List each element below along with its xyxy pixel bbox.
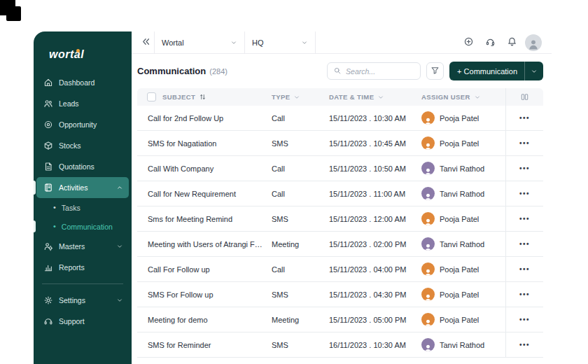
type-cell: SMS (272, 341, 329, 349)
datetime-cell: 15/11/2023 . 10:45 AM (329, 139, 421, 148)
row-actions-button[interactable]: ••• (519, 164, 530, 172)
select-all-checkbox[interactable] (147, 92, 156, 102)
sidebar-item-label: Settings (59, 296, 85, 304)
table-row[interactable]: SMS for Reminder SMS 16/11/2023 . 10:30 … (137, 332, 543, 358)
row-actions-cell: ••• (505, 307, 543, 332)
logo-accent-dot (76, 49, 80, 52)
support-icon (43, 316, 53, 326)
chart-icon (43, 262, 53, 272)
table-row[interactable]: SMS for Nagatiation SMS 15/11/2023 . 10:… (137, 131, 543, 156)
collapse-sidebar-button[interactable] (137, 34, 154, 51)
row-actions-button[interactable]: ••• (519, 215, 530, 223)
sidebar-item-label: Communication (62, 223, 113, 231)
sidebar-item-reports[interactable]: Reports (36, 257, 129, 278)
table-row[interactable]: SMS For Follow up SMS 15/11/2023 . 04:30… (137, 282, 543, 307)
datetime-cell: 15/11/2023 . 12:00 AM (329, 215, 421, 223)
sidebar-item-opportunity[interactable]: Opportunity (36, 114, 129, 135)
topbar: Wortal HQ (132, 31, 552, 54)
document-icon (43, 162, 53, 172)
bell-icon (507, 36, 517, 49)
sort-icon[interactable] (199, 93, 206, 101)
table-row[interactable]: Meeting for demo Meeting 15/11/2023 . 05… (137, 307, 543, 332)
table-row[interactable]: Call for New Requirement Call 15/11/2023… (137, 181, 543, 206)
row-actions-button[interactable]: ••• (519, 265, 530, 273)
sidebar-item-label: Reports (59, 263, 85, 272)
datetime-cell: 15/11/2023 . 02:00 PM (329, 240, 421, 248)
subject-cell: Call For Follow up (137, 265, 272, 274)
assignee-avatar (421, 162, 435, 175)
users-icon (43, 99, 53, 108)
sidebar-item-leads[interactable]: Leads (36, 93, 129, 114)
row-actions-button[interactable]: ••• (519, 316, 530, 323)
sidebar-item-quotations[interactable]: Quotations (36, 156, 129, 177)
row-actions-button[interactable]: ••• (519, 341, 530, 349)
row-actions-button[interactable]: ••• (519, 240, 530, 248)
chevron-down-icon[interactable] (293, 94, 300, 101)
content: Communication (284) + Communication (132, 54, 552, 364)
sidebar-item-label: Activities (59, 183, 88, 192)
sidebar-item-label: Opportunity (59, 120, 97, 129)
assignee-name: Tanvi Rathod (440, 240, 484, 248)
assign-user-cell: Pooja Patel (421, 212, 505, 225)
assign-user-cell: Tanvi Rathod (421, 237, 505, 251)
person-icon (527, 38, 540, 51)
assignee-name: Tanvi Rathod (440, 164, 484, 173)
user-avatar[interactable] (525, 34, 542, 51)
chevron-down-icon[interactable] (474, 94, 481, 101)
sidebar-item-label: Leads (59, 99, 79, 108)
manage-columns-cell (505, 88, 543, 106)
search-input[interactable] (346, 67, 414, 76)
sidebar-item-label: Tasks (62, 204, 80, 212)
sidebar-item-support[interactable]: Support (36, 311, 129, 332)
notifications-button[interactable] (503, 34, 520, 51)
assign-user-cell: Pooja Patel (421, 313, 505, 326)
datetime-cell: 15/11/2023 . 10:30 AM (329, 114, 421, 122)
bullet: • (53, 223, 56, 230)
search-box (327, 62, 421, 80)
chevron-down-icon[interactable] (377, 94, 384, 101)
sidebar-item-settings[interactable]: Settings (36, 290, 129, 311)
row-actions-button[interactable]: ••• (519, 190, 530, 197)
title-wrap: Communication (284) (137, 66, 227, 76)
sidebar-item-tasks[interactable]: •Tasks (36, 198, 129, 217)
type-cell: SMS (272, 290, 329, 299)
table-row[interactable]: Meeting with Users of Atrangi Fa... Meet… (137, 232, 543, 257)
topbar-right (460, 34, 542, 51)
assignee-name: Pooja Patel (440, 114, 479, 122)
filter-button[interactable] (426, 62, 444, 80)
assignee-avatar (421, 313, 435, 326)
column-header-assign-user: ASSIGN USER (421, 88, 505, 106)
add-communication-label: + Communication (457, 67, 517, 76)
subject-cell: SMS For Follow up (137, 290, 272, 299)
search-icon (333, 65, 342, 78)
assignee-name: Pooja Patel (440, 290, 479, 299)
table-row[interactable]: Call for 2nd Follow Up Call 15/11/2023 .… (137, 106, 543, 131)
sidebar-item-communication[interactable]: •Communication (36, 217, 129, 236)
type-cell: Call (272, 114, 329, 122)
columns-icon[interactable] (520, 92, 529, 102)
assignee-name: Pooja Patel (440, 265, 479, 274)
assignee-avatar (421, 136, 435, 150)
sidebar-item-stocks[interactable]: Stocks (36, 135, 129, 156)
sidebar: wortal DashboardLeadsOpportunityStocksQu… (34, 31, 132, 364)
chevron-down-icon (525, 68, 543, 75)
assignee-avatar (421, 237, 435, 251)
add-communication-button[interactable]: + Communication (449, 62, 543, 80)
row-actions-button[interactable]: ••• (519, 114, 530, 122)
row-actions-button[interactable]: ••• (519, 290, 530, 298)
sidebar-item-dashboard[interactable]: Dashboard (36, 72, 129, 93)
table-row[interactable]: Call For Follow up Call 15/11/2023 . 04:… (137, 257, 543, 282)
support-agent-button[interactable] (482, 34, 498, 51)
table-row[interactable]: Sms for Meeting Remind SMS 15/11/2023 . … (137, 206, 543, 232)
row-actions-button[interactable]: ••• (519, 139, 530, 147)
sidebar-item-label: Support (59, 317, 85, 326)
table-header: SUBJECT TYPE DATE & TIME ASSIGN USE (137, 88, 543, 106)
workspace-label: Wortal (162, 38, 184, 47)
sidebar-item-activities[interactable]: Activities (36, 177, 129, 198)
filter-icon (430, 66, 440, 77)
sidebar-item-masters[interactable]: Masters (36, 236, 129, 257)
quick-add-button[interactable] (460, 34, 477, 51)
workspace-selector[interactable]: Wortal (155, 31, 244, 54)
branch-selector[interactable]: HQ (245, 31, 315, 54)
table-row[interactable]: Call With Company Call 15/11/2023 . 10:5… (137, 156, 543, 181)
